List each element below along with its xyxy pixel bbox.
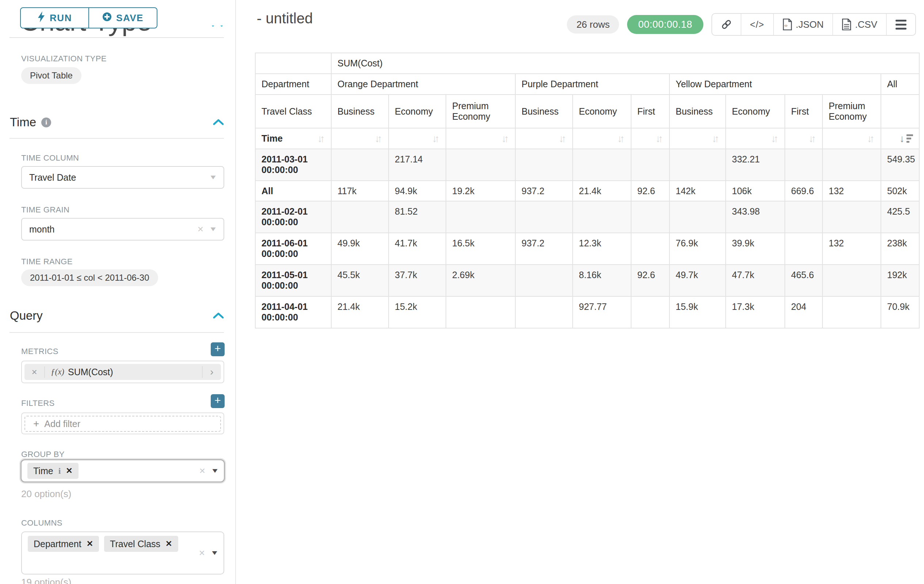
sort-icon[interactable]: ↓↑ — [867, 133, 875, 144]
groupby-options-hint: 20 option(s) — [21, 489, 71, 500]
sort-row-label-cell[interactable]: Time↓↑ — [255, 128, 331, 149]
divider — [10, 37, 224, 38]
row-count-badge: 26 rows — [567, 15, 619, 34]
sort-icon[interactable]: ↓↑ — [655, 133, 663, 144]
chevron-up-icon[interactable] — [211, 26, 223, 29]
sort-row-label: Time — [261, 133, 283, 144]
query-section-header[interactable]: Query — [10, 309, 224, 322]
run-save-button-group: RUN SAVE — [20, 7, 157, 28]
column-group-header: Yellow Department — [670, 74, 881, 95]
sort-cell[interactable]: ↓↑ — [573, 128, 631, 149]
table-row: All117k94.9k19.2k937.221.4k92.6142k106k6… — [255, 181, 919, 201]
add-filter-button[interactable]: + Add filter — [25, 416, 221, 432]
groupby-label: GROUP BY — [21, 450, 64, 459]
sort-icon[interactable]: ↓↑ — [808, 133, 816, 144]
sort-icon[interactable]: ↓↑ — [502, 133, 509, 144]
time-column-select[interactable]: Travel Date ▼ — [21, 166, 224, 189]
sort-cell[interactable]: ↓↑ — [726, 128, 785, 149]
add-filter-plus-button[interactable]: + — [211, 394, 224, 408]
sort-icon[interactable]: ↓↑ — [432, 133, 440, 144]
remove-tag-icon[interactable]: ✕ — [87, 539, 93, 549]
value-cell: 117k — [331, 181, 389, 201]
columns-options-hint: 19 option(s) — [21, 577, 71, 584]
sort-icon[interactable]: ↓↑ — [712, 133, 719, 144]
info-icon: i — [41, 118, 51, 127]
metric-item[interactable]: × ƒ(x) SUM(Cost) › — [25, 364, 221, 380]
sort-cell[interactable]: ↓↑ — [785, 128, 822, 149]
viz-type-value[interactable]: Pivot Table — [21, 67, 81, 84]
row-header-cell: All — [255, 181, 331, 201]
chevron-up-icon[interactable] — [212, 309, 224, 322]
view-query-button[interactable]: </> — [741, 14, 774, 35]
value-cell — [670, 149, 726, 181]
value-cell: 2.69k — [446, 265, 515, 296]
value-cell: 549.35 — [881, 149, 919, 181]
sort-cell[interactable]: ↓↑ — [631, 128, 670, 149]
clear-icon[interactable]: × — [199, 547, 205, 559]
remove-tag-icon[interactable]: ✕ — [165, 539, 172, 549]
chevron-right-icon[interactable]: › — [202, 366, 221, 378]
value-cell: 937.2 — [515, 233, 573, 265]
save-button[interactable]: SAVE — [89, 8, 157, 28]
remove-tag-icon[interactable]: ✕ — [66, 466, 72, 475]
value-cell — [822, 265, 881, 296]
sort-icon[interactable]: ↓↑ — [317, 133, 325, 144]
table-row: 2011-05-01 00:00:0045.5k37.7k2.69k8.16k9… — [255, 265, 919, 296]
share-link-button[interactable] — [712, 14, 741, 35]
value-cell — [446, 149, 515, 181]
add-metric-button[interactable]: + — [211, 342, 224, 356]
groupby-select[interactable]: Time i ✕ × ▼ — [20, 459, 225, 482]
sort-desc-icon[interactable]: ↓ — [899, 133, 913, 144]
sort-icon[interactable]: ↓↑ — [375, 133, 383, 144]
export-csv-label: .CSV — [855, 19, 877, 30]
value-cell — [785, 201, 822, 233]
chevron-up-icon[interactable] — [212, 115, 224, 129]
fx-icon: ƒ(x) — [51, 367, 64, 377]
bolt-icon — [37, 12, 45, 25]
value-cell: 425.5 — [881, 201, 919, 233]
run-button[interactable]: RUN — [21, 8, 89, 28]
column-header: Business — [331, 95, 389, 128]
sort-icon[interactable]: ↓↑ — [617, 133, 625, 144]
time-range-value[interactable]: 2011-01-01 ≤ col < 2011-06-30 — [21, 269, 158, 286]
value-cell: 502k — [881, 181, 919, 201]
sort-icon[interactable]: ↓↑ — [771, 133, 779, 144]
remove-metric-icon[interactable]: × — [25, 367, 45, 378]
columns-select[interactable]: Department ✕ Travel Class ✕ × ▼ — [21, 531, 224, 574]
corner-cell — [255, 53, 331, 74]
clear-icon[interactable]: × — [198, 224, 203, 235]
file-json-icon: ‹› — [783, 19, 792, 30]
clear-icon[interactable]: × — [200, 465, 205, 477]
menu-button[interactable] — [887, 14, 915, 35]
value-cell: 92.6 — [631, 181, 670, 201]
chart-title[interactable]: - untitled — [257, 10, 313, 26]
sort-cell[interactable]: ↓↑ — [389, 128, 446, 149]
sort-cell[interactable]: ↓↑ — [446, 128, 515, 149]
caret-down-icon: ▼ — [209, 174, 218, 181]
value-cell: 19.2k — [446, 181, 515, 201]
value-cell — [631, 149, 670, 181]
save-button-label: SAVE — [116, 12, 144, 24]
sort-cell[interactable]: ↓↑ — [822, 128, 881, 149]
columns-tag-label: Department — [34, 539, 81, 549]
table-row: 2011-06-01 00:00:0049.9k41.7k16.5k937.21… — [255, 233, 919, 265]
sort-cell[interactable]: ↓↑ — [670, 128, 726, 149]
value-cell — [331, 149, 389, 181]
time-section-header[interactable]: Time i — [10, 115, 224, 129]
value-cell — [785, 149, 822, 181]
metric-name: SUM(Cost) — [68, 367, 113, 377]
value-cell: 21.4k — [573, 181, 631, 201]
sort-icon[interactable]: ↓↑ — [559, 133, 566, 144]
export-csv-button[interactable]: .CSV — [833, 14, 887, 35]
time-grain-select[interactable]: month × ▼ — [21, 218, 224, 240]
column-header: Premium Economy — [822, 95, 881, 128]
columns-tag: Department ✕ — [28, 536, 99, 552]
sort-cell[interactable]: ↓↑ — [331, 128, 389, 149]
value-cell — [573, 149, 631, 181]
scrolled-section-title: Chart Type — [20, 28, 173, 38]
sort-cell[interactable]: ↓ — [881, 128, 919, 149]
columns-tag: Travel Class ✕ — [104, 536, 178, 552]
export-json-button[interactable]: ‹› .JSON — [774, 14, 833, 35]
sort-cell[interactable]: ↓↑ — [515, 128, 573, 149]
metric-header-cell: SUM(Cost) — [331, 53, 919, 74]
